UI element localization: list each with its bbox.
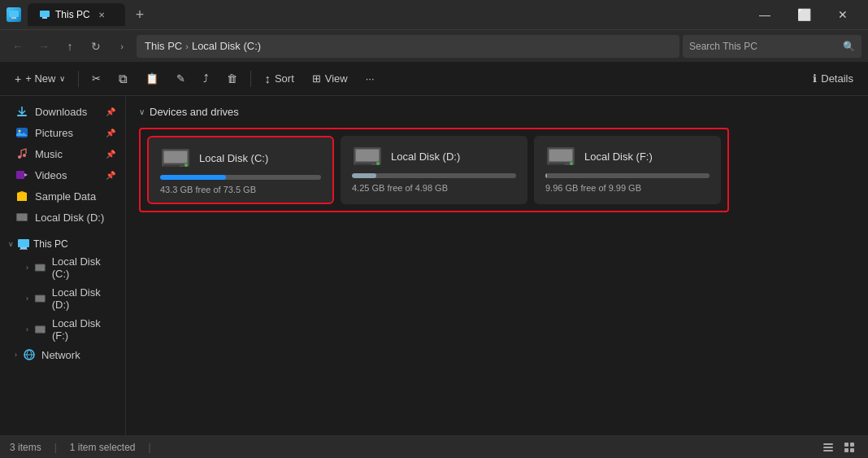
status-right [819,438,858,456]
drive-card-d[interactable]: Local Disk (D:) 4.25 GB free of 4.98 GB [341,136,527,204]
svg-rect-5 [17,115,27,116]
address-path[interactable]: This PC › Local Disk (C:) [137,35,679,58]
back-button[interactable]: ← [7,35,29,58]
sidebar-item-pictures[interactable]: Pictures 📌 [3,122,122,143]
status-divider: | [54,442,57,453]
sidebar-item-c-drive[interactable]: › Local Disk (C:) [3,252,122,283]
share-button[interactable]: ⤴ [195,66,217,92]
current-tab[interactable]: This PC ✕ [28,3,125,26]
drive-c-progress-bar [160,175,321,180]
share-icon: ⤴ [203,72,209,85]
sidebar-item-sample-data[interactable]: Sample Data [3,185,122,207]
c-drive-icon [34,261,46,274]
app-icon [7,7,21,22]
sidebar-this-pc-section[interactable]: ∨ This PC [0,234,125,252]
view-button[interactable]: ⊞ View [304,66,356,92]
music-icon [15,146,29,161]
sidebar-label-pictures: Pictures [35,127,73,139]
sidebar-item-f-drive[interactable]: › Local Disk (F:) [3,314,122,345]
drive-f-icon [545,144,576,168]
paste-button[interactable]: 📋 [137,66,167,92]
maximize-button[interactable]: ⬜ [785,0,822,29]
grid-view-icon [843,441,856,454]
drive-d-icon [352,144,383,168]
tab-close-button[interactable]: ✕ [95,8,108,21]
section-title: Devices and drives [150,106,239,118]
list-view-button[interactable] [819,438,837,456]
svg-rect-40 [549,150,572,161]
pin-icon-pics: 📌 [106,129,115,137]
search-icon: 🔍 [843,41,855,52]
drive-f-free-label: 9.96 GB free of 9.99 GB [545,183,710,193]
toolbar-divider-1 [78,71,79,87]
svg-rect-35 [356,150,379,161]
svg-rect-3 [40,11,50,17]
toolbar-right: ℹ Details [805,66,861,92]
drive-c-icon [160,146,191,170]
this-pc-chevron-icon: ∨ [8,240,14,248]
rename-button[interactable]: ✎ [168,66,193,92]
svg-rect-43 [823,443,833,445]
drive-d-progress-fill [352,173,376,178]
close-button[interactable]: ✕ [824,0,861,29]
sidebar-label-videos: Videos [35,169,67,181]
content-area: ∨ Devices and drives Local D [126,96,868,435]
svg-rect-10 [16,171,24,179]
more-options-button[interactable]: ··· [358,66,383,92]
status-left: 3 items | 1 item selected | [10,442,151,453]
sidebar-item-local-disk-d[interactable]: Local Disk (D:) [3,207,122,228]
minimize-button[interactable]: — [746,0,783,29]
cut-button[interactable]: ✂ [84,66,109,92]
sidebar-item-network[interactable]: › Network [3,345,122,364]
more-icon: ··· [366,72,375,85]
this-pc-label: This PC [33,238,68,250]
cut-icon: ✂ [92,72,101,85]
sidebar-item-music[interactable]: Music 📌 [3,143,122,164]
sidebar-item-d-drive[interactable]: › Local Disk (D:) [3,283,122,314]
f-drive-expand-icon: › [26,325,28,334]
item-count: 3 items [10,442,41,453]
window-controls: — ⬜ ✕ [746,0,861,29]
d-drive-icon [34,292,46,305]
network-expand-icon: › [15,351,17,359]
details-button[interactable]: ℹ Details [805,66,861,92]
svg-rect-48 [844,448,848,452]
drive-c-header: Local Disk (C:) [160,146,321,170]
grid-view-button[interactable] [840,438,858,456]
copy-button[interactable]: ⧉ [111,66,136,92]
svg-rect-2 [10,19,18,20]
svg-rect-32 [163,165,180,167]
forward-button[interactable]: → [33,35,55,58]
f-drive-label: Local Disk (F:) [52,317,115,342]
up-button[interactable]: ↑ [59,35,81,58]
drive-d-name: Local Disk (D:) [391,150,460,163]
drive-c-name: Local Disk (C:) [199,152,268,164]
d-drive-expand-icon: › [26,294,28,303]
sample-data-icon [15,189,29,203]
svg-rect-44 [823,447,833,448]
search-placeholder: Search This PC [689,41,838,52]
drive-d-progress-bar [352,173,516,178]
path-segment-this-pc[interactable]: This PC [145,40,182,52]
c-drive-label: Local Disk (C:) [52,255,115,280]
section-chevron-icon: ∨ [139,107,145,116]
new-button[interactable]: + + New ∨ [7,66,73,92]
sort-button[interactable]: ↕ Sort [256,66,302,92]
sidebar-item-videos[interactable]: Videos 📌 [3,164,122,185]
svg-point-20 [42,269,44,271]
f-drive-icon [34,323,46,336]
search-box[interactable]: Search This PC 🔍 [683,35,861,58]
sidebar-item-downloads[interactable]: Downloads 📌 [3,101,122,122]
sidebar-label-downloads: Downloads [35,106,87,118]
view-label: View [325,72,348,85]
details-icon: ℹ [813,72,817,85]
new-tab-button[interactable]: + [128,3,151,26]
expand-button[interactable]: › [111,35,133,58]
drive-card-f[interactable]: Local Disk (F:) 9.96 GB free of 9.99 GB [534,136,721,204]
toolbar-divider-2 [250,71,251,87]
delete-button[interactable]: 🗑 [219,66,245,92]
refresh-button[interactable]: ↻ [85,35,107,58]
drive-card-c[interactable]: Local Disk (C:) 43.3 GB free of 73.5 GB [147,136,334,204]
svg-rect-0 [9,11,19,17]
path-segment-local-disk[interactable]: Local Disk (C:) [192,40,261,52]
